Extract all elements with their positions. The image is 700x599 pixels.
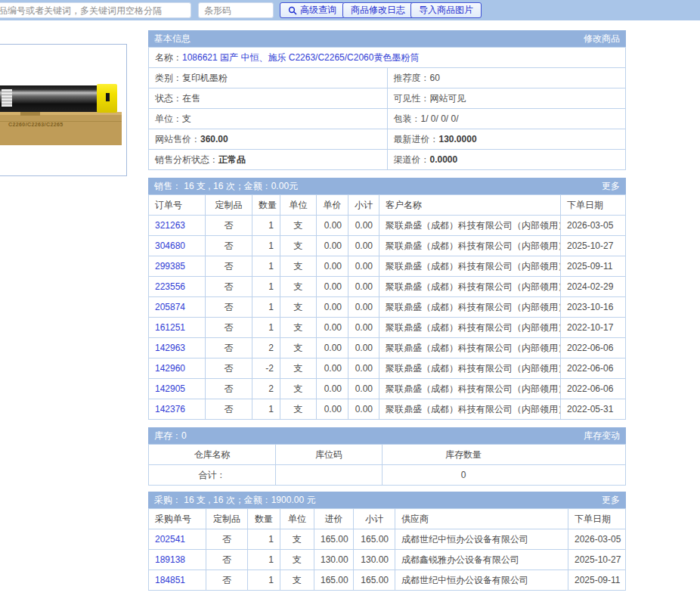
date-cell: 2022-06-06 [561,338,626,358]
sales-order-link[interactable]: 299385 [155,261,185,272]
purchase-more-link[interactable]: 更多 [602,494,620,507]
sales-order-link[interactable]: 142963 [155,343,185,353]
col-subtotal: 小计 [348,195,379,216]
col-date: 下单日期 [561,195,626,216]
date-cell: 2026-03-05 [561,216,626,236]
sales-order-link[interactable]: 142376 [155,404,185,414]
customer-cell: 聚联鼎盛（成都）科技有限公司（内部领用） [379,338,561,358]
inventory-header: 库存：0 库存变动 [148,427,626,444]
sales-row: 299385 否 1 支 0.00 0.00 聚联鼎盛（成都）科技有限公司（内部… [149,256,626,277]
import-image-label: 导入商品图片 [419,4,473,17]
date-cell: 2025-09-11 [568,570,626,591]
stock-change-link[interactable]: 库存变动 [584,430,620,442]
info-row: 类别：复印机墨粉 推荐度：60 [149,68,626,88]
col-stock-qty: 库存数量 [383,445,626,465]
qty-cell: 2 [252,338,280,358]
unit-cell: 支 [280,550,314,570]
col-supplier: 供应商 [395,509,568,529]
inventory-total-row: 合计： 0 [149,465,626,486]
field-label: 类别： [155,73,182,83]
col-customer: 客户名称 [379,195,561,216]
field-value: 在售 [182,93,200,104]
purchase-order-link[interactable]: 202541 [155,534,185,545]
field-value: 60 [430,73,440,83]
sales-more-link[interactable]: 更多 [602,180,620,193]
unit-cell: 支 [280,236,317,256]
sales-order-link[interactable]: 205874 [155,302,185,312]
sales-order-link[interactable]: 321263 [155,220,185,231]
sales-order-link[interactable]: 142960 [155,363,185,374]
customer-cell: 聚联鼎盛（成都）科技有限公司（内部领用） [379,379,561,399]
price-cell: 0.00 [317,379,348,399]
custom-cell: 否 [206,570,248,591]
subtotal-cell: 165.00 [354,570,395,591]
subtotal-cell: 0.00 [348,216,379,236]
basic-info-table: 名称：1086621 国产 中恒、施乐 C2263/C2265/C2060黄色墨… [148,47,626,170]
date-cell: 2025-10-27 [568,550,626,570]
field-value: 360.00 [200,134,228,144]
unit-cell: 支 [280,358,317,379]
custom-cell: 否 [206,256,252,277]
purchase-table: 采购单号 定制品 数量 单位 进价 小计 供应商 下单日期 202541 否 1… [148,508,626,591]
col-date: 下单日期 [568,509,626,529]
customer-cell: 聚联鼎盛（成都）科技有限公司（内部领用） [379,256,561,277]
purchase-row: 202541 否 1 支 165.00 165.00 成都世纪中恒办公设备有限公… [149,529,626,550]
barcode-input[interactable] [198,2,274,18]
edit-product-link[interactable]: 修改商品 [584,33,620,45]
unit-cell: 支 [280,256,317,277]
custom-cell: 否 [206,338,252,358]
total-location [276,465,383,486]
import-image-button[interactable]: 导入商品图片 [410,2,482,18]
purchase-order-link[interactable]: 189138 [155,554,185,565]
sales-row: 223556 否 1 支 0.00 0.00 聚联鼎盛（成都）科技有限公司（内部… [149,277,626,297]
date-cell: 2025-10-27 [561,236,626,256]
customer-cell: 聚联鼎盛（成都）科技有限公司（内部领用） [379,358,561,379]
custom-cell: 否 [206,277,252,297]
subtotal-cell: 0.00 [348,358,379,379]
price-cell: 0.00 [317,358,348,379]
total-qty: 0 [383,465,626,486]
price-cell: 0.00 [317,318,348,338]
custom-cell: 否 [206,379,252,399]
col-order-no: 订单号 [149,195,206,216]
field-value: 支 [182,113,191,124]
toner-tube-graphic [0,85,99,112]
qty-cell: 1 [248,550,280,570]
col-custom: 定制品 [206,509,248,529]
product-name-link[interactable]: 1086621 国产 中恒、施乐 C2263/C2265/C2060黄色墨粉筒 [182,52,419,63]
info-row: 网站售价：360.00 最新进价：130.0000 [149,129,626,150]
qty-cell: 1 [248,570,280,591]
product-log-button[interactable]: 商品修改日志 [342,2,413,18]
sales-order-link[interactable]: 223556 [155,281,185,292]
sales-row: 304680 否 1 支 0.00 0.00 聚联鼎盛（成都）科技有限公司（内部… [149,236,626,256]
custom-cell: 否 [206,216,252,236]
subtotal-cell: 130.00 [354,550,395,570]
field-label: 单位： [155,113,182,124]
product-name-row: 名称：1086621 国产 中恒、施乐 C2263/C2265/C2060黄色墨… [149,48,626,68]
customer-cell: 聚联鼎盛（成都）科技有限公司（内部领用） [379,216,561,236]
field-label: 状态： [155,93,182,104]
custom-cell: 否 [206,297,252,318]
customer-cell: 聚联鼎盛（成都）科技有限公司（内部领用） [379,236,561,256]
sales-order-link[interactable]: 304680 [155,241,185,251]
unit-cell: 支 [280,318,317,338]
price-cell: 0.00 [317,297,348,318]
toner-carton-graphic [0,112,122,145]
advanced-search-button[interactable]: 高级查询 [280,2,345,18]
keyword-search-input[interactable] [0,2,191,18]
custom-cell: 否 [206,399,252,420]
basic-info-title: 基本信息 [154,33,190,45]
purchase-order-link[interactable]: 184851 [155,575,185,585]
product-detail-panel: 基本信息 修改商品 名称：1086621 国产 中恒、施乐 C2263/C226… [148,30,626,598]
sales-row: 142905 否 2 支 0.00 0.00 聚联鼎盛（成都）科技有限公司（内部… [149,379,626,399]
total-label: 合计： [149,465,276,486]
sales-order-link[interactable]: 142905 [155,383,185,394]
product-image[interactable]: C2260/C2263/C2265 [0,44,127,176]
sales-header: 销售： 16 支 , 16 次；金额：0.00元 更多 [148,178,626,194]
date-cell: 2026-03-05 [568,529,626,550]
cost-cell: 165.00 [314,570,354,591]
sales-table-header: 订单号 定制品 数量 单位 单价 小计 客户名称 下单日期 [149,195,626,216]
toner-tube-label [2,89,12,107]
custom-cell: 否 [206,529,248,550]
sales-order-link[interactable]: 161251 [155,322,185,333]
